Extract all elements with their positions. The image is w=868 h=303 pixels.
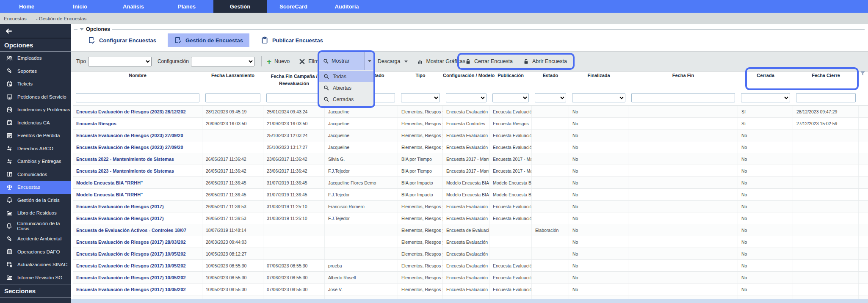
table-row[interactable]: Modelo Encuesta BIA "RRHH"26/05/2017 11:… [73, 189, 868, 201]
table-bottom-scroll-strip[interactable] [71, 299, 868, 303]
mostrar-menu-item-abiertas[interactable]: Abiertas [319, 82, 373, 94]
table-row[interactable]: Encuesta Evaluación de Riesgos (2017) 10… [73, 248, 868, 260]
sidebar-item-incidencias-ca[interactable]: Incidencias CA [0, 116, 71, 129]
table-row[interactable]: Encuesta Evaluación de Riesgos (2017) 10… [73, 284, 868, 295]
tab-publicar-encuestas[interactable]: Publicar Encuestas [254, 33, 329, 47]
nav-tab-gestion[interactable]: Gestión [213, 0, 267, 13]
cell-fecha-fin [628, 272, 738, 283]
cell-nombre[interactable]: Encuesta Riesgos [73, 118, 202, 129]
sidebar-item-informe-revision-sg[interactable]: Informe Revisión SG [0, 271, 71, 284]
cell-nombre[interactable]: Encuesta 2022 - Mantenimiento de Sistema… [73, 153, 202, 165]
cell-nombre[interactable]: Encuesta Evaluación de Riesgos (2017) 10… [73, 272, 202, 283]
sidebar-item-accidente-ambiental[interactable]: Accidente Ambiental [0, 232, 71, 245]
sidebar-item-empleados[interactable]: Empleados [0, 52, 71, 65]
cell-configuracion-modelo: Encuesta Evaluación de [443, 141, 489, 153]
filter-select-configuracion-modelo[interactable] [446, 93, 487, 102]
cell-fecha-lanzamiento: 26/05/2017 11:36:53 [202, 201, 263, 212]
cell-nombre[interactable]: Encuesta Evaluación de Riesgos (2017) 28… [73, 236, 202, 248]
abrir-encuesta-button[interactable]: Abrir Encuesta [523, 58, 567, 65]
filter-funnel-icon[interactable] [860, 70, 866, 77]
filter-input-nombre[interactable] [76, 93, 199, 102]
nav-tab-auditoria[interactable]: Auditoría [320, 0, 373, 13]
tab-gestion-de-encuestas[interactable]: Gestión de Encuestas [168, 33, 249, 47]
configuracion-select[interactable] [191, 57, 254, 66]
nav-tab-scorecard[interactable]: ScoreCard [267, 0, 320, 13]
cell-nombre[interactable]: Encuesta 2023 - Mantenimiento de Sistema… [73, 165, 202, 176]
tab-configurar-encuestas[interactable]: Configurar Encuestas [81, 33, 163, 47]
mostrar-menu-item-cerradas[interactable]: Cerradas [319, 94, 373, 105]
table-row[interactable]: Encuesta Riesgos20/09/2023 16:03:5021/09… [73, 118, 868, 129]
mostrar-menu-item-todas[interactable]: Todas [319, 71, 373, 82]
filter-input-fecha-lanzamiento[interactable] [205, 93, 260, 102]
sidebar-item-gestion-de-la-crisis[interactable]: Gestión de la Crisis [0, 194, 71, 207]
cell-fecha-fin-campana-reevaluacion [263, 248, 325, 259]
mostrar-button[interactable]: Mostrar [319, 52, 373, 70]
table-row[interactable]: Encuesta de Evaluación Activos - Control… [73, 224, 868, 236]
filter-select-tipo[interactable] [401, 93, 440, 102]
sidebar-item-operaciones-dafo[interactable]: Operaciones DAFO [0, 245, 71, 259]
sidebar-options-title: Opciones [0, 39, 71, 52]
cell-nombre[interactable]: Encuesta Evaluación de Riesgos (2017) [73, 212, 202, 224]
sidebar-item-encuestas[interactable]: Encuestas [0, 181, 71, 194]
table-row[interactable]: Encuesta Evaluación de Riesgos (2017)26/… [73, 212, 868, 224]
arrow-left-icon [5, 28, 12, 35]
cell-nombre[interactable]: Encuesta Evaluación de Riesgos (2017) 10… [73, 260, 202, 271]
table-row[interactable]: Encuesta Evaluación de Riesgos (2017) 10… [73, 272, 868, 284]
sidebar-item-eventos-de-perdida[interactable]: Eventos de Pérdida [0, 129, 71, 142]
table-row[interactable]: Encuesta Evaluación de Riesgos (2023) 27… [73, 129, 868, 141]
sidebar-item-peticiones-del-servicio[interactable]: Peticiones del Servicio [0, 91, 71, 104]
tipo-select[interactable] [88, 57, 152, 66]
cell-fecha-fin [628, 165, 738, 176]
nav-tab-home[interactable]: Home [0, 0, 53, 13]
cell-nombre[interactable]: Encuesta Evaluación de Riesgos (2023) 27… [73, 129, 202, 141]
cell-nombre[interactable]: Encuesta Evaluación de Riesgos (2023) 27… [73, 141, 202, 153]
nuevo-button[interactable]: + Nuevo [267, 58, 290, 66]
sidebar-item-tickets[interactable]: Tickets [0, 77, 71, 91]
sidebar-item-actualizaciones-sinac[interactable]: Actualizaciones SINAC [0, 258, 71, 271]
filter-select-cerrada[interactable] [741, 93, 790, 102]
sidebar-item-soportes[interactable]: Soportes [0, 65, 71, 78]
sidebar-item-libro-de-residuos[interactable]: Libro de Residuos [0, 207, 71, 220]
table-row[interactable]: Encuesta Evaluación de Riesgos (2017)26/… [73, 201, 868, 212]
cell-nombre[interactable]: Modelo Encuesta BIA "RRHH" [73, 177, 202, 188]
filter-input-fecha-cierre[interactable] [796, 93, 856, 102]
fieldset-line [112, 29, 865, 30]
cell-nombre[interactable]: Encuesta Evaluación de Riesgos (2023) 28… [73, 106, 202, 117]
sidebar-item-incidencias-y-problemas[interactable]: Incidencias y Problemas [0, 103, 71, 116]
sidebar-collapse-button[interactable] [0, 24, 71, 39]
table-row[interactable]: Encuesta 2023 - Mantenimiento de Sistema… [73, 165, 868, 177]
sidebar-item-comunicacion-de-la-crisis[interactable]: Comunicación de la Crisis [0, 220, 71, 233]
cell-fecha-cierre [793, 177, 859, 188]
app-window: HomeInicioAnálisisPlanesGestiónScoreCard… [0, 0, 868, 303]
sidebar-item-derechos-arco[interactable]: Derechos ARCO [0, 142, 71, 155]
cerrar-encuesta-button[interactable]: Cerrar Encuesta [465, 58, 513, 65]
cell-nombre[interactable]: Encuesta de Evaluación Activos - Control… [73, 224, 202, 236]
nav-tab-inicio[interactable]: Inicio [53, 0, 107, 13]
cell-nombre[interactable]: Encuesta Evaluación de Riesgos (2017) 10… [73, 284, 202, 295]
cell-fecha-fin-campana-reevaluacion [263, 224, 325, 236]
cell-nombre[interactable]: Encuesta Evaluación de Riesgos (2017) 10… [73, 248, 202, 259]
cell-nombre[interactable]: Encuesta Evaluación de Riesgos (2017) [73, 201, 202, 212]
nav-tab-analisis[interactable]: Análisis [107, 0, 160, 13]
filter-select-estado[interactable] [535, 93, 566, 102]
chevron-down-icon[interactable] [404, 61, 408, 63]
cell-estado [532, 165, 569, 176]
filter-input-fecha-fin[interactable] [631, 93, 735, 102]
table-row[interactable]: Encuesta Evaluación de Riesgos (2023) 27… [73, 141, 868, 153]
filter-select-publicacion[interactable] [492, 93, 529, 102]
collapse-triangle-icon[interactable] [80, 28, 84, 30]
sidebar-item-comunicados[interactable]: Comunicados [0, 168, 71, 181]
cell-nombre[interactable]: Modelo Encuesta BIA "RRHH" [73, 189, 202, 200]
table-row[interactable]: Encuesta Evaluación de Riesgos (2017) 10… [73, 260, 868, 272]
filter-select-finalizada[interactable] [572, 93, 625, 102]
table-row[interactable]: Encuesta 2022 - Mantenimiento de Sistema… [73, 153, 868, 165]
nav-tab-planes[interactable]: Planes [160, 0, 213, 13]
table-row[interactable]: Modelo Encuesta BIA "RRHH"26/05/2017 11:… [73, 177, 868, 189]
cell-responsable-estado: Francisco Romero [325, 201, 398, 212]
table-row[interactable]: Encuesta Evaluación de Riesgos (2017) 28… [73, 236, 868, 248]
filter-input-fecha-fin-campana-reevaluacion[interactable] [266, 93, 322, 102]
mostrar-caret-button[interactable] [364, 52, 373, 70]
table-row[interactable]: Encuesta Evaluación de Riesgos (2023) 28… [73, 106, 868, 118]
sidebar-item-cambios-y-entregas[interactable]: Cambios y Entregas [0, 155, 71, 168]
cell-fecha-fin [628, 260, 738, 271]
